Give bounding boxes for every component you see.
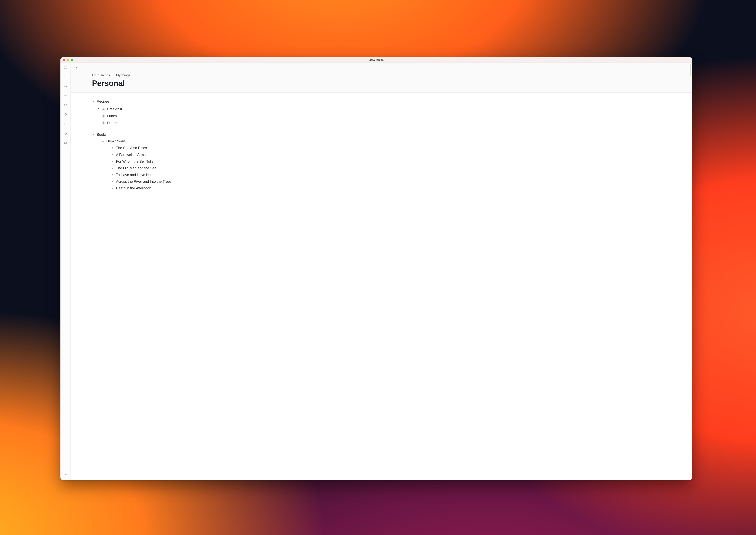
page-content[interactable]: Recipes Breakfast Lunch Dinner — [71, 93, 692, 480]
list-item[interactable]: A Farewell to Arms — [111, 152, 687, 158]
window-minimize-button[interactable] — [67, 59, 69, 61]
page-actions-more-icon[interactable] — [676, 80, 682, 87]
window-zoom-button[interactable] — [71, 59, 73, 61]
list-item-label: The Old Man and the Sea — [116, 166, 157, 170]
nav-forward-icon[interactable] — [63, 84, 68, 89]
svg-point-10 — [64, 123, 66, 125]
breadcrumb-section[interactable]: My things — [116, 73, 130, 77]
list-item[interactable]: For Whom the Bell Tolls — [111, 158, 687, 165]
svg-marker-9 — [64, 113, 67, 116]
window-controls — [63, 59, 73, 61]
list-item[interactable]: To Have and Have Not — [111, 172, 687, 178]
scrollbar-thumb[interactable] — [690, 64, 691, 76]
svg-point-19 — [678, 83, 678, 83]
breadcrumb: Liara Tamos My things — [92, 73, 682, 77]
list-item-label: A Farewell to Arms — [116, 153, 145, 157]
titlebar[interactable]: Liara Tamos — [60, 57, 692, 63]
app-window: Liara Tamos 22 — [60, 57, 692, 480]
list-item-label: For Whom the Bell Tolls — [116, 159, 153, 163]
list-item[interactable]: The Sun Also Rises — [111, 145, 687, 151]
bullet-pill-icon — [102, 107, 105, 111]
main-pane: Liara Tamos My things Personal Re — [71, 63, 692, 480]
calendar-icon[interactable]: 22 — [63, 93, 68, 99]
list-item-recipes[interactable]: Recipes Breakfast Lunch Dinner — [92, 98, 687, 127]
svg-point-21 — [680, 83, 680, 83]
inbox-icon[interactable] — [63, 102, 68, 108]
bullet-pill-icon — [102, 114, 105, 118]
bolt-icon[interactable] — [63, 112, 68, 117]
list-item-label: Hemingway — [106, 139, 125, 143]
list-item[interactable]: Breakfast — [102, 106, 687, 113]
list-item-label: Death in the Afternoon — [116, 186, 151, 190]
list-item-label: The Sun Also Rises — [116, 146, 147, 150]
list-item-books[interactable]: Books Hemingway The Sun Also Rises A Far… — [92, 131, 687, 192]
nav-back-icon[interactable] — [63, 74, 68, 80]
list-item[interactable]: The Old Man and the Sea — [111, 165, 687, 172]
list-item[interactable]: Dinner — [102, 120, 687, 127]
list-item[interactable]: Across the River and Into the Trees — [111, 178, 687, 185]
breadcrumb-root[interactable]: Liara Tamos — [92, 73, 110, 77]
list-item-label: Recipes — [97, 99, 109, 103]
list-item-label: Dinner — [107, 120, 117, 127]
window-close-button[interactable] — [63, 59, 65, 61]
svg-point-20 — [679, 83, 680, 83]
home-stats-icon[interactable] — [63, 140, 68, 146]
list-item-label: Books — [97, 132, 106, 136]
list-item[interactable]: Death in the Afternoon — [111, 185, 687, 192]
header-back-button[interactable] — [74, 66, 79, 70]
svg-point-17 — [65, 474, 66, 475]
sidebar-more-icon[interactable] — [63, 472, 68, 477]
pin-icon[interactable] — [63, 131, 68, 136]
window-title: Liara Tamos — [60, 58, 692, 61]
bullet-pill-icon — [102, 121, 105, 125]
list-item-label: Breakfast — [107, 106, 122, 113]
list-item-label: To Have and Have Not — [116, 173, 152, 177]
list-item-label: Lunch — [107, 113, 117, 120]
search-icon[interactable] — [63, 121, 68, 127]
sidebar: 22 — [60, 63, 71, 480]
list-item-label: Across the River and Into the Trees — [116, 180, 171, 183]
svg-point-16 — [65, 474, 65, 475]
svg-text:22: 22 — [65, 96, 66, 97]
chevron-right-icon — [112, 73, 114, 77]
toggle-sidebar-icon[interactable] — [63, 65, 68, 70]
svg-rect-0 — [64, 66, 67, 69]
svg-line-11 — [66, 125, 67, 125]
list-item[interactable]: Lunch — [102, 113, 687, 120]
page-header: Liara Tamos My things Personal — [71, 63, 692, 93]
page-title: Personal — [92, 79, 125, 88]
svg-point-18 — [66, 474, 67, 475]
list-item-author[interactable]: Hemingway The Sun Also Rises A Farewell … — [102, 138, 687, 192]
